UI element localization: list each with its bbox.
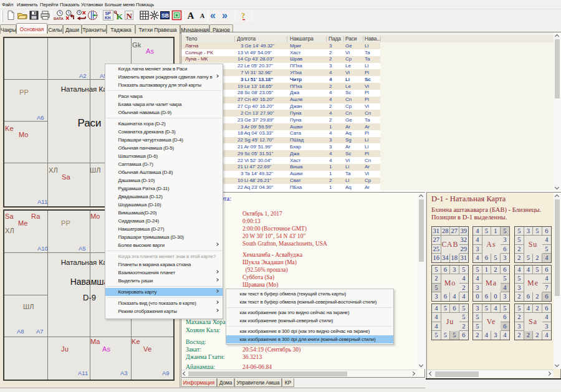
svg-text:K: K xyxy=(117,12,123,21)
svg-text:SB: SB xyxy=(161,12,169,19)
svg-text:N: N xyxy=(127,11,133,21)
svg-text:KH: KH xyxy=(105,16,111,20)
svg-text:A: A xyxy=(200,12,205,19)
svg-text:DATA: DATA xyxy=(54,17,64,21)
svg-text:»: » xyxy=(222,10,228,21)
svg-text:?: ? xyxy=(241,11,245,20)
svg-text:A: A xyxy=(188,11,194,21)
svg-text:«: « xyxy=(210,10,216,21)
svg-text:SP: SP xyxy=(105,11,111,16)
